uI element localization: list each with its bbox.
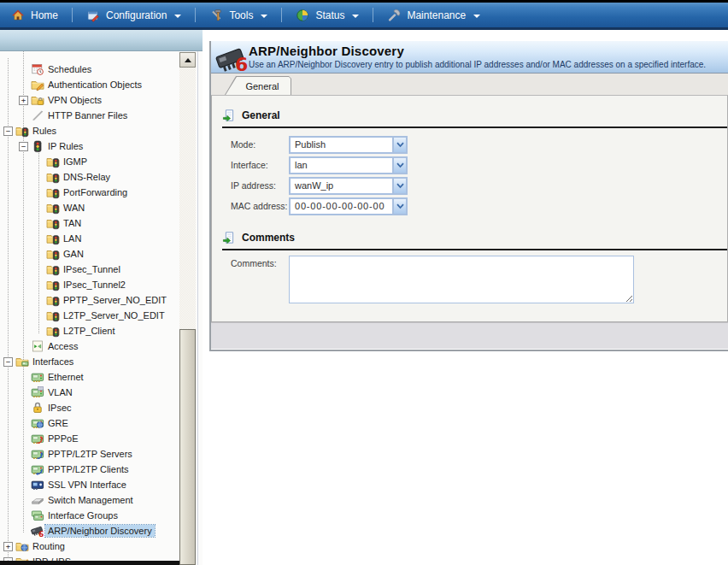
rule-folder-icon (46, 170, 61, 184)
menu-item-configuration[interactable]: Configuration (75, 3, 192, 27)
tree-expander-plus[interactable]: + (19, 96, 28, 105)
rule-folder-icon (46, 324, 61, 338)
tree-expander-minus[interactable]: − (3, 357, 13, 367)
arp-chip-icon: 6 (31, 524, 45, 538)
sidebar-item-access[interactable]: Access (0, 338, 178, 354)
menu-separator (72, 8, 73, 22)
sidebar-item-pptp-server-no-edit[interactable]: PPTP_Server_NO_EDIT (0, 292, 178, 308)
mode-select[interactable]: Publish (289, 136, 408, 154)
menu-label: Status (315, 9, 344, 21)
tree-item-label: Schedules (45, 63, 94, 75)
menu-item-home[interactable]: Home (0, 3, 69, 27)
tree-expander-minus[interactable]: − (3, 127, 13, 136)
sidebar-item-authentication-objects[interactable]: Authentication Objects (0, 77, 178, 92)
sidebar-item-portforwarding[interactable]: PortForwarding (0, 185, 178, 200)
sidebar-item-ethernet[interactable]: Ethernet (0, 369, 178, 385)
tree-expander-plus[interactable]: + (3, 542, 13, 551)
field-row-mac-address: MAC address:00-00-00-00-00-00 (231, 196, 727, 216)
auth-objects-icon (31, 78, 45, 91)
chevron-down-icon[interactable] (392, 138, 406, 152)
sidebar-item-dns-relay[interactable]: DNS-Relay (0, 169, 178, 185)
sidebar-item-ipsec-tunnel[interactable]: IPsec_Tunnel (0, 262, 178, 277)
menu-item-maintenance[interactable]: Maintenance (376, 3, 491, 27)
scrollbar-up-button[interactable] (179, 52, 196, 68)
tree-item-label (45, 53, 50, 55)
content-panel: 6 ARP/Neighbor Discovery Use an ARP/Neig… (209, 41, 728, 351)
pppoe-icon (31, 432, 45, 445)
rule-folder-icon (46, 278, 61, 291)
sidebar-item-vlan[interactable]: VLAN (0, 385, 178, 400)
menu-item-status[interactable]: Status (285, 3, 370, 27)
sidebar-item-ipsec-tunnel2[interactable]: IPsec_Tunnel2 (0, 277, 178, 292)
rule-folder-icon (46, 293, 61, 307)
sidebar-item-arp-neighbor-discovery[interactable]: 6ARP/Neighbor Discovery (0, 523, 178, 539)
sidebar-item-lan[interactable]: LAN (0, 231, 178, 246)
sidebar-scrollbar-track[interactable] (179, 52, 196, 565)
chevron-down-icon[interactable] (392, 199, 406, 214)
tree-item-label: VPN Objects (45, 94, 104, 106)
interfaces-folder-icon (15, 355, 30, 368)
tree-item-label: Switch Management (45, 494, 136, 506)
sidebar-item-l2tp-server-no-edit[interactable]: L2TP_Server_NO_EDIT (0, 308, 178, 323)
chevron-down-icon (473, 15, 480, 18)
scrollbar-thumb[interactable] (179, 329, 196, 565)
sidebar-item-routing[interactable]: +Routing (0, 539, 178, 554)
interface-select[interactable]: lan (289, 156, 408, 174)
sidebar-item-switch-management[interactable]: Switch Management (0, 492, 178, 508)
sidebar-item-interfaces[interactable]: −Interfaces (0, 354, 178, 369)
sidebar-item-ipsec[interactable]: IPsec (0, 400, 178, 415)
menu-separator (373, 8, 373, 22)
comments-textarea[interactable] (289, 256, 634, 303)
application-window: HomeConfigurationToolsStatusMaintenance … (0, 0, 728, 565)
chevron-down-icon (174, 15, 181, 18)
sidebar-item-ssl-vpn-interface[interactable]: SSL VPN Interface (0, 477, 178, 492)
sidebar-item-l2tp-client[interactable]: L2TP_Client (0, 323, 178, 338)
sidebar-item-interface-groups[interactable]: Interface Groups (0, 508, 178, 523)
mac-address-select[interactable]: 00-00-00-00-00-00 (289, 197, 408, 215)
sidebar-item-pppoe[interactable]: PPPoE (0, 431, 178, 446)
mode-value: Publish (291, 138, 392, 152)
interface-value: lan (291, 158, 392, 173)
page-subtitle: Use an ARP/Neighbor Discovery entry to p… (249, 60, 706, 69)
sidebar-item-schedules[interactable]: Schedules (0, 62, 178, 77)
sidebar-item-igmp[interactable]: IGMP (0, 154, 178, 169)
svg-text:6: 6 (235, 54, 248, 74)
chevron-down-icon[interactable] (392, 179, 406, 193)
sidebar-item-ip-rules[interactable]: −IP Rules (0, 138, 178, 154)
sidebar-item-vpn-objects[interactable]: +VPN Objects (0, 92, 178, 108)
navigation-tree: SchedulesAuthentication Objects+VPN Obje… (0, 51, 178, 565)
chevron-down-icon (261, 15, 267, 18)
sidebar-item-pptp-l2tp-clients[interactable]: PPTP/L2TP Clients (0, 462, 178, 477)
rule-folder-icon (46, 262, 61, 276)
routing-icon (15, 539, 30, 553)
ip-address-select[interactable]: wanW_ip (289, 177, 408, 195)
rule-folder-icon (46, 309, 61, 322)
tree-item-label: IGMP (61, 156, 90, 168)
sidebar-item-partial[interactable] (0, 51, 178, 62)
sidebar-item-http-banner-files[interactable]: HTTP Banner Files (0, 108, 178, 123)
tab-general-label: General (226, 77, 291, 95)
tab-general[interactable]: General (225, 76, 291, 95)
sidebar-bottom-strip (0, 561, 179, 565)
sidebar-item-tan[interactable]: TAN (0, 215, 178, 231)
chevron-down-icon[interactable] (392, 158, 406, 173)
page-header-banner: 6 ARP/Neighbor Discovery Use an ARP/Neig… (211, 41, 728, 74)
sidebar-item-gan[interactable]: GAN (0, 246, 178, 262)
menu-item-tools[interactable]: Tools (198, 3, 279, 27)
tools-icon (209, 9, 223, 22)
sidebar-item-wan[interactable]: WAN (0, 200, 178, 215)
sidebar-right-border (197, 51, 198, 565)
tab-strip: General (211, 74, 728, 95)
tree-item-label: IPsec_Tunnel2 (61, 279, 128, 291)
sidebar-item-rules[interactable]: −Rules (0, 123, 178, 138)
tree-expander-minus[interactable]: − (19, 142, 28, 151)
gre-icon (31, 416, 45, 430)
home-icon (11, 9, 25, 22)
menu-label: Configuration (106, 9, 167, 21)
sidebar-item-pptp-l2tp-servers[interactable]: PPTP/L2TP Servers (0, 446, 178, 462)
ip-address-value: wanW_ip (291, 179, 392, 193)
sidebar-item-gre[interactable]: GRE (0, 415, 178, 431)
partial-icon (31, 51, 45, 61)
interface-label: Interface: (231, 160, 289, 170)
tree-item-label: WAN (61, 202, 87, 214)
